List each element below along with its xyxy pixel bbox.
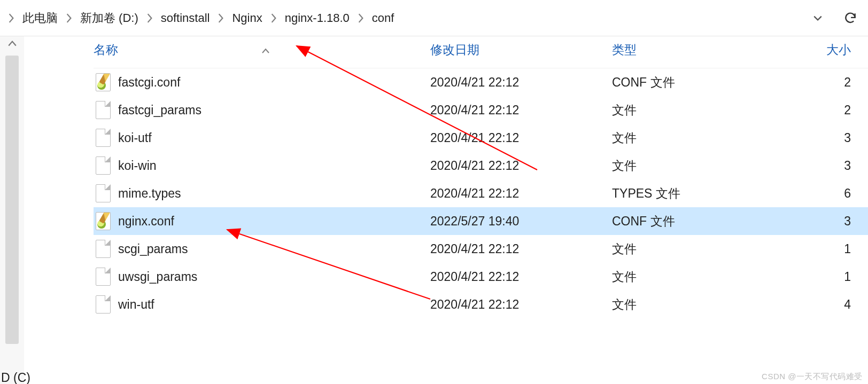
main-area: 名称 修改日期 类型 大小 fastcgi.conf2020/4/21 22:1… [0, 36, 868, 384]
chevron-right-icon[interactable] [145, 13, 154, 23]
file-date-cell: 2020/4/21 22:12 [430, 103, 612, 117]
file-type-cell: TYPES 文件 [612, 185, 772, 202]
file-name-label: koi-win [118, 159, 157, 173]
address-history-dropdown[interactable] [806, 6, 830, 30]
file-name-cell[interactable]: fastcgi_params [94, 101, 430, 119]
conf-file-icon [96, 73, 111, 91]
chevron-right-icon[interactable] [269, 13, 278, 23]
file-icon [96, 240, 111, 258]
file-date-cell: 2022/5/27 19:40 [430, 214, 612, 229]
file-icon [96, 101, 111, 119]
file-icon [96, 184, 111, 202]
file-name-cell[interactable]: nginx.conf [94, 212, 430, 230]
file-rows: fastcgi.conf2020/4/21 22:12CONF 文件2fastc… [94, 68, 868, 318]
file-name-label: nginx.conf [118, 214, 174, 229]
nav-scrollbar[interactable] [0, 36, 24, 384]
file-size-cell: 2 [772, 103, 868, 117]
file-type-cell: 文件 [612, 269, 772, 285]
file-row[interactable]: nginx.conf2022/5/27 19:40CONF 文件3 [94, 207, 868, 235]
address-bar: 此电脑 新加卷 (D:) softinstall Nginx nginx-1.1… [0, 0, 868, 36]
conf-file-icon [96, 212, 111, 230]
file-name-cell[interactable]: win-utf [94, 295, 430, 314]
file-name-label: scgi_params [118, 242, 188, 256]
file-row[interactable]: mime.types2020/4/21 22:12TYPES 文件6 [94, 179, 868, 207]
breadcrumb-item[interactable]: softinstall [158, 9, 213, 27]
file-name-label: uwsgi_params [118, 270, 197, 284]
file-date-cell: 2020/4/21 22:12 [430, 75, 612, 90]
corner-text: D (C) [1, 371, 30, 384]
file-date-cell: 2020/4/21 22:12 [430, 159, 612, 173]
file-type-cell: 文件 [612, 296, 772, 313]
file-row[interactable]: koi-utf2020/4/21 22:12文件3 [94, 124, 868, 152]
file-size-cell: 4 [772, 297, 868, 312]
column-size[interactable]: 大小 [772, 42, 868, 58]
file-row[interactable]: scgi_params2020/4/21 22:12文件1 [94, 235, 868, 263]
file-name-cell[interactable]: koi-win [94, 156, 430, 175]
file-row[interactable]: fastcgi.conf2020/4/21 22:12CONF 文件2 [94, 68, 868, 96]
gutter [24, 36, 94, 384]
file-type-cell: 文件 [612, 158, 772, 174]
breadcrumb-item[interactable]: nginx-1.18.0 [282, 9, 353, 27]
file-size-cell: 3 [772, 214, 868, 229]
chevron-right-icon[interactable] [64, 13, 74, 23]
file-icon [96, 156, 111, 175]
breadcrumb-item[interactable]: 此电脑 [19, 8, 61, 28]
file-type-cell: CONF 文件 [612, 213, 772, 230]
file-name-cell[interactable]: fastcgi.conf [94, 73, 430, 91]
file-date-cell: 2020/4/21 22:12 [430, 186, 612, 201]
scrollbar-thumb[interactable] [5, 56, 19, 344]
file-size-cell: 1 [772, 270, 868, 284]
file-type-cell: 文件 [612, 102, 772, 119]
column-name-label: 名称 [94, 42, 118, 58]
file-name-label: koi-utf [118, 131, 152, 145]
file-icon [96, 268, 111, 286]
file-row[interactable]: uwsgi_params2020/4/21 22:12文件1 [94, 263, 868, 291]
file-date-cell: 2020/4/21 22:12 [430, 297, 612, 312]
file-name-cell[interactable]: koi-utf [94, 129, 430, 147]
file-name-label: mime.types [118, 186, 181, 201]
file-type-cell: 文件 [612, 241, 772, 257]
refresh-button[interactable] [836, 4, 865, 33]
file-date-cell: 2020/4/21 22:12 [430, 131, 612, 145]
file-name-label: fastcgi_params [118, 103, 201, 117]
file-row[interactable]: win-utf2020/4/21 22:12文件4 [94, 291, 868, 318]
watermark: CSDN @一天不写代码难受 [762, 372, 863, 382]
column-type-label: 类型 [612, 42, 637, 58]
chevron-right-icon[interactable] [216, 13, 226, 23]
file-size-cell: 3 [772, 159, 868, 173]
file-name-label: fastcgi.conf [118, 75, 180, 90]
breadcrumb-item[interactable]: 新加卷 (D:) [77, 8, 142, 28]
column-type[interactable]: 类型 [612, 42, 772, 58]
file-type-cell: CONF 文件 [612, 74, 772, 91]
file-list-pane: 名称 修改日期 类型 大小 fastcgi.conf2020/4/21 22:1… [94, 36, 868, 384]
file-icon [96, 295, 111, 314]
column-name[interactable]: 名称 [94, 42, 430, 58]
breadcrumb-item[interactable]: Nginx [229, 9, 265, 27]
breadcrumb[interactable]: 此电脑 新加卷 (D:) softinstall Nginx nginx-1.1… [6, 8, 806, 28]
file-name-cell[interactable]: uwsgi_params [94, 268, 430, 286]
file-date-cell: 2020/4/21 22:12 [430, 242, 612, 256]
breadcrumb-item[interactable]: conf [369, 9, 398, 27]
file-name-cell[interactable]: scgi_params [94, 240, 430, 258]
scroll-up-icon[interactable] [0, 40, 24, 47]
file-date-cell: 2020/4/21 22:12 [430, 270, 612, 284]
chevron-right-icon[interactable] [6, 13, 16, 23]
column-date-label: 修改日期 [430, 42, 479, 58]
file-row[interactable]: fastcgi_params2020/4/21 22:12文件2 [94, 96, 868, 124]
file-size-cell: 2 [772, 75, 868, 90]
column-headers: 名称 修改日期 类型 大小 [94, 36, 868, 68]
file-size-cell: 6 [772, 186, 868, 201]
chevron-right-icon[interactable] [356, 13, 366, 23]
file-size-cell: 3 [772, 131, 868, 145]
file-type-cell: 文件 [612, 130, 772, 146]
file-row[interactable]: koi-win2020/4/21 22:12文件3 [94, 152, 868, 179]
file-icon [96, 129, 111, 147]
file-name-cell[interactable]: mime.types [94, 184, 430, 202]
sort-asc-icon [261, 43, 270, 57]
file-name-label: win-utf [118, 297, 154, 312]
file-size-cell: 1 [772, 242, 868, 256]
column-size-label: 大小 [826, 42, 851, 58]
column-date[interactable]: 修改日期 [430, 42, 612, 58]
